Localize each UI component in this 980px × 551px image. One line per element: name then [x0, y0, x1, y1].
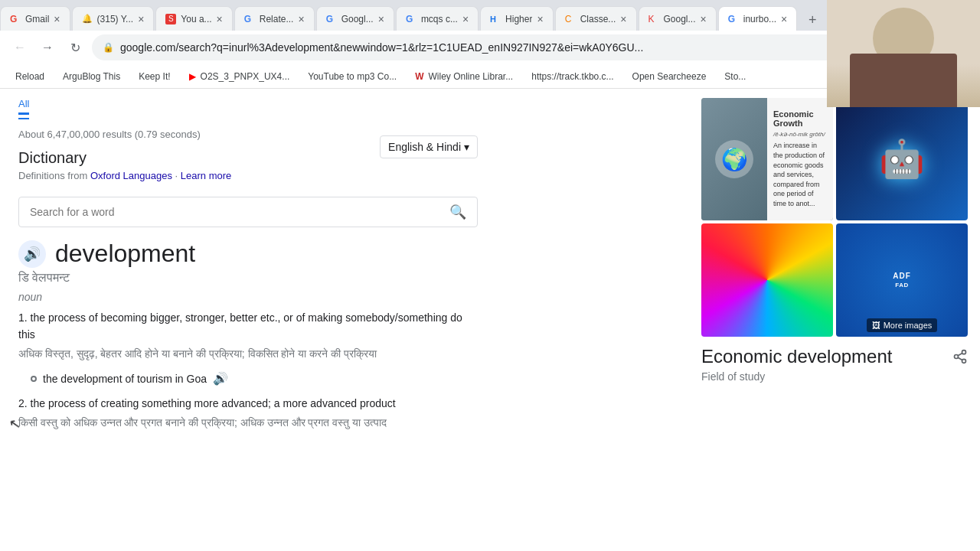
address-bar[interactable]: 🔒 google.com/search?q=inurl%3Adevelopmen…: [92, 34, 888, 60]
tab-google2[interactable]: K Googl... ×: [639, 6, 717, 31]
image-tech[interactable]: 🤖: [836, 98, 968, 220]
tab-google2-favicon: K: [648, 14, 659, 24]
adf-text: ADF FAD: [893, 272, 911, 289]
tab-higher-title: Higher: [505, 14, 532, 24]
language-selector[interactable]: English & Hindi ▾: [380, 135, 478, 158]
tab-google-title: Googl...: [341, 14, 374, 24]
tab-mcqs-title: mcqs c...: [421, 14, 458, 24]
video-overlay: [827, 0, 980, 107]
tab-google2-close[interactable]: ×: [701, 13, 707, 25]
gmail-favicon: G: [10, 14, 21, 24]
dictionary-source: Definitions from Oxford Languages · Lear…: [18, 170, 478, 181]
definition-2-text: the process of creating something more a…: [31, 397, 396, 409]
example-bullet: [31, 376, 37, 382]
bookmark-tkbo[interactable]: https://track.tkbo.c...: [525, 70, 619, 83]
tab-all[interactable]: All: [18, 95, 29, 115]
bookmark-tkbo-label: https://track.tkbo.c...: [531, 71, 613, 82]
new-tab-button[interactable]: +: [802, 9, 823, 31]
tab-related-close[interactable]: ×: [298, 13, 304, 25]
word-title: development: [55, 240, 195, 268]
tab-google-favicon: G: [326, 14, 337, 24]
learn-more-link[interactable]: Learn more: [181, 170, 231, 181]
globe-icon-area: 🌍: [701, 98, 767, 220]
bookmark-argublog-label: ArguBlog This: [63, 71, 120, 82]
svg-point-0: [962, 350, 966, 354]
economic-growth-text-area: Economic Growth /ē-kə-nō-mik grōth/ An i…: [767, 98, 833, 220]
tab-google2-title: Googl...: [664, 14, 696, 24]
reload-button[interactable]: ↻: [64, 37, 86, 58]
images-grid: 🌍 Economic Growth /ē-kə-nō-mik grōth/ An…: [701, 98, 968, 337]
definition-2: 2. the process of creating something mor…: [18, 395, 478, 431]
more-images-icon: 🖼: [872, 321, 880, 330]
main-content: All About 6,47,00,000 results (0.79 seco…: [0, 89, 689, 551]
bookmark-argublog[interactable]: ArguBlog This: [57, 70, 126, 83]
definition-1-en: 1. the process of becoming bigger, stron…: [18, 309, 478, 344]
tab-google-close[interactable]: ×: [378, 13, 384, 25]
bookmark-keepit[interactable]: Keep It!: [132, 70, 176, 83]
tab-315[interactable]: 🔔 (315) Y... ×: [72, 6, 155, 31]
tab-related-favicon: G: [244, 14, 255, 24]
speaker-button[interactable]: 🔊: [18, 240, 46, 268]
bookmark-reload[interactable]: Reload: [9, 70, 51, 83]
results-count: About 6,47,00,000 results (0.79 seconds): [18, 122, 671, 149]
tab-higher-close[interactable]: ×: [537, 13, 543, 25]
knowledge-panel: Economic development Field of study: [701, 346, 968, 383]
search-word-input[interactable]: [30, 206, 449, 218]
bookmark-searcheeze[interactable]: Open Searcheeze: [626, 70, 713, 83]
more-images-overlay[interactable]: 🖼 More images: [836, 318, 968, 332]
definition-2-num: 2.: [18, 397, 28, 409]
tab-inurbo-favicon: G: [728, 14, 739, 24]
tab-gmail[interactable]: G Gmail ×: [0, 6, 70, 31]
lock-icon: 🔒: [103, 42, 114, 53]
tab-gmail-close[interactable]: ×: [54, 13, 60, 25]
tab-related[interactable]: G Relate... ×: [234, 6, 315, 31]
image-adf[interactable]: ADF FAD 🖼 More images: [836, 223, 968, 337]
oxford-languages-link[interactable]: Oxford Languages: [90, 170, 172, 181]
address-text: google.com/search?q=inurl%3Adevelopment&…: [120, 41, 861, 54]
bookmark-sto-label: Sto...: [724, 71, 746, 82]
kp-subtitle: Field of study: [701, 370, 968, 383]
bookmark-o2s[interactable]: ▶ O2S_3_PNPX_UX4...: [183, 70, 296, 83]
tab-classes[interactable]: C Classe... ×: [555, 6, 637, 31]
right-panel: 🌍 Economic Growth /ē-kə-nō-mik grōth/ An…: [689, 89, 980, 551]
image-economic-growth[interactable]: 🌍 Economic Growth /ē-kə-nō-mik grōth/ An…: [701, 98, 833, 220]
tab-inurbo-title: inurbo...: [743, 14, 776, 24]
kp-share-button[interactable]: [952, 349, 968, 368]
person-body: [850, 54, 957, 107]
bookmark-searcheeze-label: Open Searcheeze: [632, 71, 707, 82]
language-label: English & Hindi: [388, 141, 461, 153]
chevron-down-icon: ▾: [464, 141, 469, 153]
word-phonetic: डि वेलपमन्ट: [18, 271, 478, 285]
tab-google[interactable]: G Googl... ×: [316, 6, 394, 31]
tab-mcqs-close[interactable]: ×: [462, 13, 469, 25]
tab-related-title: Relate...: [260, 14, 294, 24]
definition-1: 1. the process of becoming bigger, stron…: [18, 309, 478, 362]
tab-you[interactable]: S You a... ×: [155, 6, 232, 31]
bookmark-wiley[interactable]: W Wiley Online Librar...: [409, 70, 519, 83]
tab-inurbo-close[interactable]: ×: [781, 13, 787, 25]
example-speaker-icon[interactable]: 🔊: [213, 371, 228, 386]
bookmark-sto[interactable]: Sto...: [718, 70, 752, 83]
svg-point-1: [955, 355, 959, 359]
tab-mcqs[interactable]: G mcqs c... ×: [396, 6, 479, 31]
search-icon[interactable]: 🔍: [449, 204, 466, 220]
svg-line-3: [958, 357, 962, 360]
tab-315-close[interactable]: ×: [138, 13, 144, 25]
more-images-badge[interactable]: 🖼 More images: [867, 318, 938, 332]
image-colorful[interactable]: [701, 223, 833, 337]
tab-higher-favicon: H: [490, 14, 501, 24]
bookmark-ytmp3[interactable]: YouTube to mp3 Co...: [302, 70, 403, 83]
definition-1-text: the process of becoming bigger, stronger…: [18, 311, 462, 341]
tech-icon: 🤖: [879, 138, 925, 181]
bookmark-ytmp3-label: YouTube to mp3 Co...: [308, 71, 397, 82]
tab-higher[interactable]: H Higher ×: [480, 6, 554, 31]
forward-button[interactable]: →: [37, 37, 58, 58]
tab-315-title: (315) Y...: [97, 14, 134, 24]
tab-classes-close[interactable]: ×: [620, 13, 626, 25]
definition-1-hi: अधिक विस्तृत, सुदृढ़, बेहतर आदि होने या …: [18, 345, 478, 362]
back-button[interactable]: ←: [9, 37, 31, 58]
tab-mcqs-favicon: G: [406, 14, 416, 24]
tab-inurbo[interactable]: G inurbo... ×: [718, 6, 798, 31]
tab-you-close[interactable]: ×: [217, 13, 223, 25]
word-entry: 🔊 development डि वेलपमन्ट noun 1. the pr…: [18, 240, 478, 431]
